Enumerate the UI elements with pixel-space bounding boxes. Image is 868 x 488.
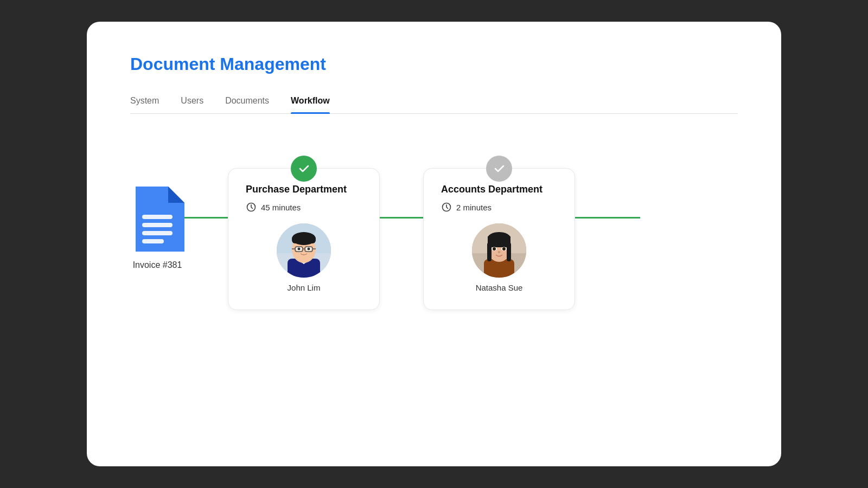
document-label: Invoice #381 [133, 260, 182, 270]
tabs-nav: System Users Documents Workflow [130, 96, 738, 114]
badge-pending [486, 156, 512, 182]
natasha-sue-avatar [472, 223, 526, 278]
john-lim-avatar [277, 223, 331, 278]
step-card-accounts: Accounts Department 2 minutes [423, 168, 575, 310]
svg-point-14 [298, 248, 301, 251]
svg-point-35 [498, 251, 501, 253]
connector-1 [184, 217, 228, 219]
purchase-time: 45 minutes [246, 202, 362, 213]
svg-rect-30 [507, 242, 511, 261]
svg-rect-29 [487, 242, 492, 261]
badge-approved [291, 156, 317, 182]
connector-2 [380, 217, 423, 219]
purchase-avatar: John Lim [246, 223, 362, 292]
accounts-dept-label: Accounts Department [441, 184, 557, 195]
svg-rect-1 [142, 223, 173, 227]
connector-3 [575, 217, 640, 219]
clock-icon-accounts [441, 202, 452, 213]
document-icon [130, 187, 184, 252]
tab-workflow[interactable]: Workflow [291, 96, 330, 113]
svg-rect-3 [142, 239, 164, 243]
purchase-dept-label: Purchase Department [246, 184, 362, 195]
natasha-sue-name: Natasha Sue [476, 283, 523, 292]
workflow-area: Invoice #381 Purchase Department 45 minu… [130, 146, 738, 310]
svg-rect-11 [292, 237, 316, 243]
svg-rect-24 [484, 259, 514, 278]
svg-point-33 [493, 247, 496, 251]
john-lim-name: John Lim [288, 283, 321, 292]
main-card: Document Management System Users Documen… [87, 22, 781, 466]
accounts-time: 2 minutes [441, 202, 557, 213]
tab-system[interactable]: System [130, 96, 159, 113]
accounts-avatar: Natasha Sue [441, 223, 557, 292]
step-card-purchase: Purchase Department 45 minutes [228, 168, 380, 310]
tab-documents[interactable]: Documents [225, 96, 269, 113]
page-title: Document Management [130, 54, 738, 74]
svg-point-15 [308, 248, 310, 251]
tab-users[interactable]: Users [181, 96, 203, 113]
svg-rect-0 [142, 215, 173, 219]
svg-rect-2 [142, 231, 173, 235]
document-node: Invoice #381 [130, 187, 184, 270]
clock-icon-purchase [246, 202, 257, 213]
svg-point-34 [502, 247, 506, 251]
